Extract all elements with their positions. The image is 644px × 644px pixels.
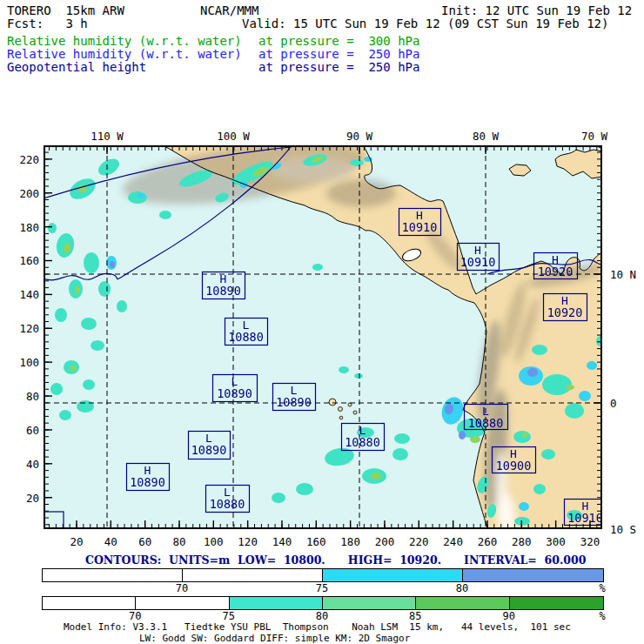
xaxis-label: 320 — [577, 535, 603, 548]
svg-text:10920: 10920 — [538, 265, 574, 278]
map-canvas: H10890L10880L10890L10890L10890H10890L108… — [44, 145, 602, 529]
center-name: NCAR/MMM — [200, 5, 258, 17]
colorbar-segment — [323, 597, 416, 609]
colorbar-unit: % — [589, 610, 615, 622]
xaxis-label: 180 — [338, 535, 364, 548]
svg-text:10880: 10880 — [228, 330, 264, 344]
svg-text:10890: 10890 — [217, 386, 252, 400]
colorbar-segment — [323, 569, 463, 581]
yaxis-label: 220 — [0, 153, 39, 166]
colorbar-tick: 70 — [169, 582, 195, 594]
xaxis-label: 140 — [269, 535, 295, 548]
xaxis-label: 200 — [372, 535, 398, 548]
xaxis-label: 20 — [64, 535, 90, 548]
lon-label-1: 100 W — [211, 130, 255, 143]
colorbar-tick: 85 — [402, 610, 428, 622]
colorbar-segment — [136, 597, 229, 609]
xaxis-label: 100 — [200, 535, 226, 548]
yaxis-label: 200 — [0, 187, 39, 200]
colorbar-segment — [183, 569, 323, 581]
yaxis-label: 40 — [0, 458, 39, 471]
model-info-line1: Model Info: V3.3.1 Tiedtke YSU PBL Thomp… — [64, 621, 571, 633]
fcst-hour: Fcst: 3 h — [7, 18, 88, 30]
colorbar-tick: 75 — [216, 610, 242, 622]
svg-text:10910: 10910 — [402, 220, 438, 234]
field-label-0: Relative humidity (w.r.t. water) — [7, 36, 242, 47]
yaxis-label: 160 — [0, 254, 39, 267]
field-value-0: at pressure = 300 hPa — [258, 36, 419, 47]
yaxis-label: 140 — [0, 288, 39, 301]
xaxis-label: 220 — [406, 535, 432, 548]
svg-text:10900: 10900 — [496, 459, 532, 473]
colorbar-rh300 — [42, 596, 604, 610]
model-title: TORERO 15km ARW — [7, 5, 124, 17]
xaxis-label: 300 — [543, 535, 569, 548]
svg-text:10890: 10890 — [130, 475, 165, 489]
svg-text:10910: 10910 — [567, 511, 602, 525]
svg-text:10890: 10890 — [276, 395, 312, 409]
colorbar-segment — [230, 597, 323, 609]
yaxis-label: 20 — [0, 492, 39, 505]
field-label-1: Relative humidity (w.r.t. water) — [7, 49, 242, 60]
xaxis-label: 160 — [303, 535, 329, 548]
colorbar-segment — [416, 597, 509, 609]
xaxis-label: 240 — [440, 535, 466, 548]
xaxis-label: 60 — [132, 535, 158, 548]
colorbar-segment — [43, 597, 136, 609]
xaxis-label: 260 — [474, 535, 500, 548]
xaxis-label: 120 — [235, 535, 261, 548]
svg-text:10880: 10880 — [210, 497, 245, 511]
lon-label-0: 110 W — [85, 130, 129, 143]
yaxis-label: 100 — [0, 356, 39, 369]
svg-text:10910: 10910 — [460, 255, 496, 269]
colorbar-segment — [510, 597, 603, 609]
svg-text:10920: 10920 — [547, 305, 583, 319]
yaxis-label: 180 — [0, 221, 39, 234]
contour-info: CONTOURS: UNITS=m LOW= 10800. HIGH= 1092… — [85, 553, 586, 567]
model-info-line2: LW: Godd SW: Goddard DIFF: simple KM: 2D… — [139, 633, 410, 644]
svg-text:10890: 10890 — [191, 443, 227, 457]
colorbar-tick: 75 — [309, 582, 335, 594]
lat-label-2: 10 S — [610, 523, 636, 536]
colorbar-segment — [463, 569, 603, 581]
svg-text:10880: 10880 — [468, 416, 504, 430]
xaxis-label: 280 — [508, 535, 534, 548]
colorbar-segment — [43, 569, 183, 581]
colorbar-tick: 90 — [496, 610, 522, 622]
init-time: Init: 12 UTC Sun 19 Feb 12 — [441, 5, 632, 17]
svg-text:10880: 10880 — [345, 435, 380, 449]
svg-text:10890: 10890 — [205, 284, 241, 298]
yaxis-label: 120 — [0, 322, 39, 335]
field-label-2: Geopotential height — [7, 62, 146, 73]
colorbar-tick: 70 — [122, 610, 148, 622]
xaxis-label: 80 — [166, 535, 192, 548]
colorbar-tick: 80 — [309, 610, 335, 622]
colorbar-rh250 — [42, 568, 604, 582]
yaxis-label: 80 — [0, 390, 39, 403]
lat-label-0: 10 N — [610, 268, 636, 281]
lon-label-3: 80 W — [464, 130, 507, 143]
field-value-1: at pressure = 250 hPa — [258, 49, 419, 60]
field-value-2: at pressure = 250 hPa — [258, 62, 419, 73]
yaxis-label: 60 — [0, 424, 39, 437]
colorbar-unit: % — [589, 582, 615, 594]
lon-label-4: 70 W — [573, 130, 616, 143]
weather-map-page: TORERO 15km ARW NCAR/MMM Init: 12 UTC Su… — [0, 0, 644, 644]
xaxis-label: 40 — [97, 535, 124, 548]
valid-time: Valid: 15 UTC Sun 19 Feb 12 (09 CST Sun … — [242, 18, 608, 30]
lat-label-1: 0 — [610, 397, 617, 410]
colorbar-tick: 80 — [449, 582, 475, 594]
lon-label-2: 90 W — [338, 130, 381, 143]
